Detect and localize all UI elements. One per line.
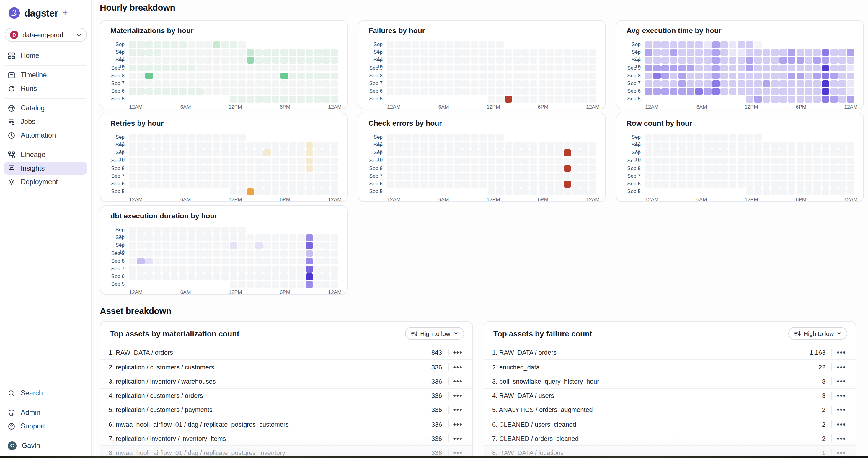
heatmap-cell: [471, 73, 478, 79]
heatmap-cell: [196, 134, 204, 141]
heatmap-cell: [264, 142, 271, 149]
heatmap-cell: [280, 242, 288, 249]
heatmap-cell: [471, 165, 478, 172]
row-actions-menu-icon[interactable]: •••: [836, 350, 847, 355]
heatmap-cell: [746, 80, 753, 87]
sidebar-item-admin[interactable]: Admin: [4, 406, 87, 419]
sort-order-button[interactable]: High to low: [788, 327, 847, 340]
heatmap-cells: [128, 250, 339, 257]
heatmap-day-label: Sep 11: [368, 142, 386, 149]
heatmap-cell: [162, 250, 170, 257]
heatmap-cell: [847, 49, 855, 56]
heatmap-cell: [331, 281, 339, 288]
user-menu[interactable]: G Gavin: [4, 439, 87, 452]
sidebar-item-search[interactable]: Search: [4, 387, 87, 399]
heatmap-cell: [488, 142, 495, 149]
heatmap-cell: [779, 80, 787, 87]
asset-link[interactable]: 6. CLEANED / users_cleaned: [492, 421, 807, 428]
asset-link[interactable]: 8. RAW_DATA / locations: [492, 449, 807, 456]
heatmap-cell: [395, 41, 403, 48]
asset-link[interactable]: 5. replication / customers / payments: [108, 406, 423, 414]
asset-link[interactable]: 1. RAW_DATA / orders: [108, 349, 423, 356]
help-icon: [8, 422, 16, 430]
sidebar-item-deployment[interactable]: Deployment: [4, 175, 87, 188]
heatmap-cell: [137, 150, 145, 156]
asset-link[interactable]: 4. replication / customers / orders: [108, 392, 423, 399]
asset-link[interactable]: 2. enriched_data: [492, 364, 807, 371]
heatmap-cell: [187, 57, 195, 64]
row-actions-menu-icon[interactable]: •••: [836, 378, 847, 384]
row-actions-menu-icon[interactable]: •••: [452, 421, 464, 427]
dagster-logo[interactable]: dagster +: [0, 0, 91, 20]
sidebar-item-lineage[interactable]: Lineage: [4, 148, 87, 161]
heatmap-cell: [322, 65, 330, 71]
asset-link[interactable]: 3. replication / inventory / warehouses: [108, 378, 423, 385]
heatmap-cell: [187, 250, 195, 257]
row-actions-menu-icon[interactable]: •••: [836, 407, 847, 413]
row-actions-menu-icon[interactable]: •••: [452, 392, 464, 398]
row-actions-menu-icon[interactable]: •••: [836, 450, 847, 456]
asset-link[interactable]: 7. replication / inventory / inventory_i…: [108, 435, 423, 442]
row-actions-menu-icon[interactable]: •••: [452, 378, 464, 384]
heatmap-cell: [255, 49, 263, 56]
heatmap-cell: [429, 88, 436, 95]
heatmap-cells: [644, 41, 855, 48]
sort-order-button[interactable]: High to low: [405, 327, 464, 340]
heatmap-cell: [331, 266, 339, 272]
asset-link[interactable]: 1. RAW_DATA / orders: [492, 349, 807, 356]
heatmap-cell: [128, 234, 136, 241]
heatmap-cell: [179, 242, 187, 249]
heatmap-cell: [187, 142, 195, 149]
heatmap-body: Sep 12Sep 11Sep 10Sep 9Sep 8Sep 7Sep 6Se…: [111, 227, 339, 296]
row-actions-menu-icon[interactable]: •••: [452, 350, 464, 355]
row-actions-menu-icon[interactable]: •••: [452, 450, 464, 456]
asset-link[interactable]: 6. mwaa_hooli_airflow_01 / dag / replica…: [108, 421, 423, 428]
heatmap-day-label: Sep 8: [111, 258, 128, 265]
row-actions-menu-icon[interactable]: •••: [836, 421, 847, 427]
sidebar-item-timeline[interactable]: Timeline: [4, 68, 87, 81]
heatmap-cell: [289, 80, 297, 87]
heatmap-cell: [454, 73, 462, 79]
workspace-switcher[interactable]: D data-eng-prod: [5, 28, 87, 42]
sidebar-item-home[interactable]: Home: [4, 49, 87, 62]
heatmap-cell: [662, 49, 669, 56]
heatmap-row: Sep 9: [111, 65, 339, 71]
heatmap-cell: [479, 80, 487, 87]
asset-link[interactable]: 7. CLEANED / orders_cleaned: [492, 435, 807, 442]
row-actions-menu-icon[interactable]: •••: [836, 435, 847, 441]
heatmap-cell: [805, 73, 812, 79]
heatmap-cell: [272, 165, 280, 172]
heatmap-cell: [272, 88, 280, 95]
heatmap-day-label: Sep 7: [626, 173, 644, 180]
heatmap-cell: [314, 165, 322, 172]
asset-link[interactable]: 4. RAW_DATA / users: [492, 392, 807, 399]
heatmap-cell: [196, 57, 204, 64]
asset-link[interactable]: 3. poll_snowflake_query_history_hour: [492, 378, 807, 385]
sidebar-item-automation[interactable]: Automation: [4, 129, 87, 142]
heatmap-cells: [644, 134, 855, 141]
row-actions-menu-icon[interactable]: •••: [836, 392, 847, 398]
sidebar-item-jobs[interactable]: Jobs: [4, 115, 87, 128]
asset-link[interactable]: 2. replication / customers / customers: [108, 364, 423, 371]
heatmap-cell: [838, 88, 846, 95]
heatmap-cell: [289, 96, 297, 103]
row-actions-menu-icon[interactable]: •••: [452, 364, 464, 370]
heatmap-cell: [247, 157, 254, 164]
asset-link[interactable]: 8. mwaa_hooli_airflow_01 / dag / replica…: [108, 449, 423, 456]
row-actions-menu-icon[interactable]: •••: [452, 435, 464, 441]
heatmap-cell: [154, 250, 161, 257]
heatmap-day-label: Sep 11: [626, 49, 644, 56]
heatmap-cell: [662, 165, 669, 172]
sidebar-item-runs[interactable]: Runs: [4, 82, 87, 95]
heatmap-cell: [314, 173, 322, 180]
sidebar-item-catalog[interactable]: Catalog: [4, 101, 87, 115]
heatmap-cell: [187, 234, 195, 241]
sidebar-item-support[interactable]: Support: [4, 420, 87, 433]
heatmap-cell: [704, 165, 711, 172]
asset-link[interactable]: 5. ANALYTICS / orders_augmented: [492, 406, 807, 414]
row-actions-menu-icon[interactable]: •••: [836, 364, 847, 370]
sidebar-item-insights[interactable]: Insights: [4, 162, 87, 175]
row-actions-menu-icon[interactable]: •••: [452, 407, 464, 413]
heatmap-cell: [471, 150, 478, 156]
heatmap-cell: [796, 80, 804, 87]
